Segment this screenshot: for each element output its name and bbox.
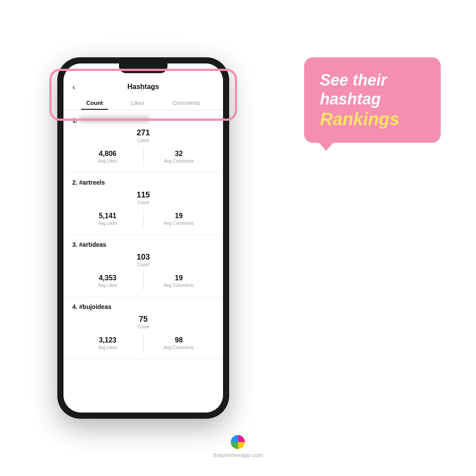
tab-likes[interactable]: Likes [126,96,149,110]
count-label-2: Count [72,200,214,205]
hashtag-rank-3: 3. #artideas [72,241,214,248]
tabs-bar: Count Likes Comments [72,96,214,110]
count-center-4: 75 Count [72,315,214,329]
hashtags-list: 1. 271 Count 4,806 Avg Likes 32 [63,110,223,413]
app-header: ‹ Hashtags Count Likes Comments [63,77,223,110]
avg-likes-1: 4,806 Avg Likes [72,147,143,166]
count-label-4: Count [72,324,214,329]
stats-row-4: 3,123 Avg Likes 98 Avg Comments [72,334,214,353]
avg-likes-4: 3,123 Avg Likes [72,334,143,353]
hashtag-item-1: 1. 271 Count 4,806 Avg Likes 32 [63,110,223,173]
canvas: ‹ Hashtags Count Likes Comments 1. [0,0,476,476]
promo-card: See their hashtag Rankings [304,57,441,143]
count-value-2: 115 [72,190,214,200]
blurred-name-1 [79,116,150,123]
avg-likes-2: 5,141 Avg Likes [72,209,143,228]
footer-website: thepreviewapp.com [213,452,263,458]
hashtag-rank-4: 4. #bujoideas [72,303,214,310]
tab-count[interactable]: Count [81,96,108,110]
avg-comments-2: 19 Avg Comments [143,209,215,228]
hashtag-item-4: 4. #bujoideas 75 Count 3,123 Avg Likes [63,297,223,359]
promo-line3: Rankings [320,108,425,130]
app-header-row: ‹ Hashtags [72,80,214,93]
footer: thepreviewapp.com [213,435,263,458]
app-logo [231,435,245,449]
stats-row-2: 5,141 Avg Likes 19 Avg Comments [72,209,214,228]
hashtag-rank-1: 1. [72,116,214,124]
count-value-1: 271 [72,128,214,138]
back-button[interactable]: ‹ [72,82,75,92]
phone-notch-bar [63,63,223,77]
hashtag-item-3: 3. #artideas 103 Count 4,353 Avg Likes [63,235,223,297]
phone-notch [119,63,167,73]
avg-comments-3: 19 Avg Comments [143,271,215,290]
hashtag-rank-2: 2. #artreels [72,179,214,186]
count-label-1: Count [72,138,214,143]
phone-inner: ‹ Hashtags Count Likes Comments 1. [63,63,223,413]
tab-comments[interactable]: Comments [167,96,205,110]
count-center-2: 115 Count [72,190,214,205]
stats-row-1: 4,806 Avg Likes 32 Avg Comments [72,147,214,166]
promo-line1: See their [320,71,425,89]
count-value-4: 75 [72,315,214,324]
promo-panel: See their hashtag Rankings [304,57,441,143]
count-label-3: Count [72,262,214,267]
page-title: Hashtags [127,83,159,91]
avg-likes-3: 4,353 Avg Likes [72,271,143,290]
stats-row-3: 4,353 Avg Likes 19 Avg Comments [72,271,214,290]
avg-comments-4: 98 Avg Comments [143,334,215,353]
count-center-1: 271 Count [72,128,214,143]
count-value-3: 103 [72,253,214,262]
phone-mockup: ‹ Hashtags Count Likes Comments 1. [57,57,229,419]
hashtag-item-2: 2. #artreels 115 Count 5,141 Avg Likes [63,173,223,235]
promo-line2: hashtag [320,89,425,108]
count-center-3: 103 Count [72,253,214,267]
avg-comments-1: 32 Avg Comments [143,147,215,166]
